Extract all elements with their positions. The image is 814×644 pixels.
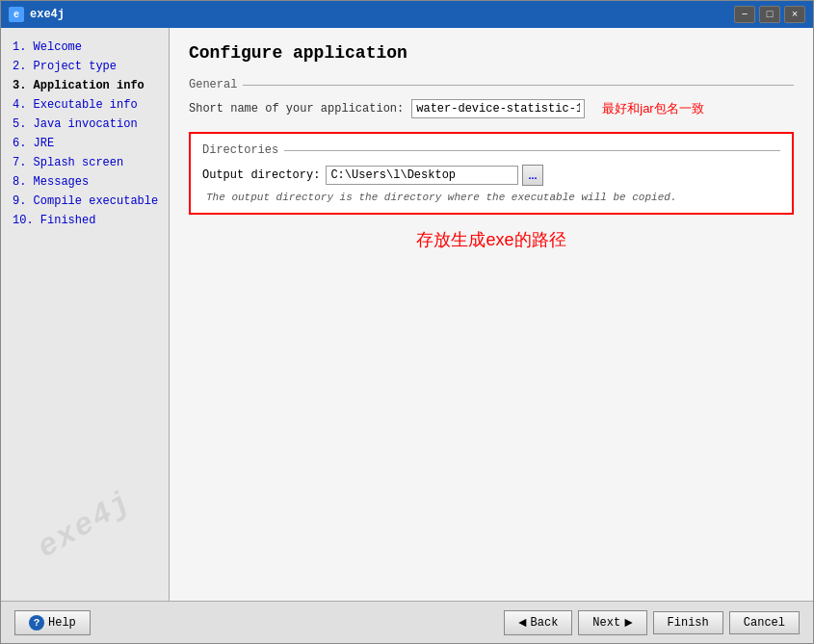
sidebar-item-finished[interactable]: 10. Finished (9, 211, 161, 230)
sidebar-item-welcome[interactable]: 1. Welcome (9, 38, 161, 57)
next-button[interactable]: Next ► (578, 610, 646, 635)
sidebar-item-project-type[interactable]: 2. Project type (9, 57, 161, 76)
output-dir-row: Output directory: ... (202, 165, 780, 186)
output-dir-input[interactable] (326, 166, 518, 185)
general-legend: General (189, 78, 794, 91)
short-name-annotation: 最好和jar包名一致 (602, 100, 703, 117)
short-name-row: Short name of your application: 最好和jar包名… (189, 99, 794, 118)
sidebar: 1. Welcome 2. Project type 3. Applicatio… (1, 28, 170, 601)
minimize-button[interactable]: − (734, 6, 755, 23)
sidebar-item-jre[interactable]: 6. JRE (9, 134, 161, 153)
cancel-button[interactable]: Cancel (729, 611, 800, 634)
main-window: e exe4j − □ × 1. Welcome 2. Project type… (0, 0, 814, 644)
general-section: General Short name of your application: … (189, 78, 794, 118)
directories-box: Directories Output directory: ... The ou… (189, 132, 794, 215)
sidebar-item-java-invocation[interactable]: 5. Java invocation (9, 115, 161, 134)
title-bar: e exe4j − □ × (1, 1, 813, 28)
output-dir-input-wrapper: ... (326, 165, 542, 186)
help-button[interactable]: ? Help (14, 610, 91, 635)
center-annotation: 存放生成exe的路径 (189, 228, 794, 251)
short-name-input[interactable] (411, 99, 585, 118)
app-icon: e (9, 7, 24, 22)
help-label: Help (48, 616, 76, 630)
finish-label: Finish (668, 616, 709, 630)
next-label: Next (592, 616, 620, 630)
sidebar-item-compile-executable[interactable]: 9. Compile executable (9, 192, 161, 211)
cancel-label: Cancel (744, 616, 785, 630)
title-controls: − □ × (734, 6, 805, 23)
sidebar-item-splash-screen[interactable]: 7. Splash screen (9, 153, 161, 172)
sidebar-item-messages[interactable]: 8. Messages (9, 172, 161, 192)
main-panel: Configure application General Short name… (170, 28, 813, 601)
short-name-label: Short name of your application: (189, 102, 404, 116)
window-title: exe4j (30, 8, 65, 21)
back-label: Back (531, 616, 559, 630)
bottom-bar: ? Help ◄ Back Next ► Finish Cancel (1, 601, 813, 643)
maximize-button[interactable]: □ (759, 6, 780, 23)
browse-button[interactable]: ... (522, 165, 542, 186)
back-arrow-icon: ◄ (518, 615, 526, 631)
content-area: 1. Welcome 2. Project type 3. Applicatio… (1, 28, 813, 601)
output-dir-label: Output directory: (202, 168, 320, 182)
page-title: Configure application (189, 43, 794, 63)
sidebar-item-app-info[interactable]: 3. Application info (9, 76, 161, 95)
next-arrow-icon: ► (624, 615, 632, 631)
title-bar-left: e exe4j (9, 7, 65, 22)
finish-button[interactable]: Finish (653, 611, 723, 634)
sidebar-item-exec-info[interactable]: 4. Executable info (9, 95, 161, 115)
back-button[interactable]: ◄ Back (504, 610, 572, 635)
output-dir-hint: The output directory is the directory wh… (202, 192, 780, 203)
directories-legend: Directories (202, 143, 780, 157)
sidebar-watermark: exe4j (3, 468, 166, 582)
help-icon: ? (29, 615, 44, 631)
close-button[interactable]: × (784, 6, 805, 23)
